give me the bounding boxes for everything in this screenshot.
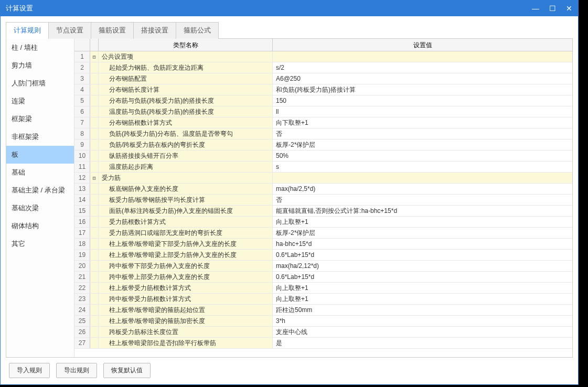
setting-name: 负筋(跨板受力筋)分布筋、温度筋是否带弯勾 xyxy=(99,128,273,139)
setting-name: 柱上板带/板带暗梁上部受力筋伸入支座的长度 xyxy=(99,250,273,260)
collapse-icon[interactable]: ⊟ xyxy=(90,51,99,62)
setting-value[interactable]: 否 xyxy=(273,195,572,205)
tree-spacer xyxy=(90,228,99,238)
minimize-icon[interactable]: — xyxy=(532,5,539,12)
setting-value[interactable]: ll xyxy=(273,106,572,117)
import-rules-button[interactable]: 导入规则 xyxy=(9,363,50,378)
grid-body[interactable]: 1⊟公共设置项2起始受力钢筋、负筋距支座边距离s/23分布钢筋配置A6@2504… xyxy=(74,51,572,357)
setting-value[interactable]: 是 xyxy=(273,338,572,348)
table-row[interactable]: 1⊟公共设置项 xyxy=(74,51,572,62)
table-row[interactable]: 14板受力筋/板带钢筋按平均长度计算否 xyxy=(74,195,572,206)
setting-name: 分布钢筋长度计算 xyxy=(99,84,273,95)
table-row[interactable]: 24柱上板带/板带暗梁的箍筋起始位置距柱边50mm xyxy=(74,305,572,316)
setting-value[interactable]: 0.6*Lab+15*d xyxy=(273,272,572,282)
sidebar-item-1[interactable]: 剪力墙 xyxy=(6,57,74,74)
setting-value[interactable]: 50% xyxy=(273,150,572,161)
setting-value[interactable]: 能直锚就直锚,否则按公式计算:ha-bhc+15*d xyxy=(273,206,572,216)
table-row[interactable]: 22柱上板带受力筋根数计算方式向上取整+1 xyxy=(74,283,572,294)
sidebar-item-11[interactable]: 其它 xyxy=(6,235,74,253)
setting-value[interactable]: 支座中心线 xyxy=(273,327,572,337)
table-row[interactable]: 25柱上板带/板带暗梁的箍筋加密长度3*h xyxy=(74,316,572,327)
row-number: 25 xyxy=(74,316,90,326)
collapse-icon[interactable]: ⊟ xyxy=(90,173,99,183)
tab-3[interactable]: 搭接设置 xyxy=(133,22,176,39)
table-row[interactable]: 26跨板受力筋标注长度位置支座中心线 xyxy=(74,327,572,338)
sidebar-item-4[interactable]: 框架梁 xyxy=(6,110,74,128)
sidebar-item-7[interactable]: 基础 xyxy=(6,164,74,181)
sidebar-item-10[interactable]: 砌体结构 xyxy=(6,217,74,235)
table-row[interactable]: 10纵筋搭接接头错开百分率50% xyxy=(74,150,572,162)
table-row[interactable]: 20跨中板带下部受力筋伸入支座的长度max(ha/2,12*d) xyxy=(74,261,572,272)
table-row[interactable]: 17受力筋遇洞口或端部无支座时的弯折长度板厚-2*保护层 xyxy=(74,228,572,239)
setting-value[interactable]: ha-bhc+15*d xyxy=(273,239,572,249)
setting-value[interactable]: 否 xyxy=(273,128,572,139)
sidebar-item-9[interactable]: 基础次梁 xyxy=(6,199,74,217)
table-row[interactable]: 27柱上板带暗梁部位是否扣除平行板带筋是 xyxy=(74,338,572,349)
settings-grid: 类型名称 设置值 1⊟公共设置项2起始受力钢筋、负筋距支座边距离s/23分布钢筋… xyxy=(74,39,572,357)
close-icon[interactable]: ✕ xyxy=(565,5,573,12)
restore-defaults-button[interactable]: 恢复默认值 xyxy=(103,363,151,378)
setting-value[interactable]: 向上取整+1 xyxy=(273,283,572,293)
row-number: 24 xyxy=(74,305,90,315)
setting-value[interactable]: 距柱边50mm xyxy=(273,305,572,315)
setting-value[interactable]: max(ha/2,12*d) xyxy=(273,261,572,271)
table-row[interactable]: 6温度筋与负筋(跨板受力筋)的搭接长度ll xyxy=(74,106,572,117)
row-number: 2 xyxy=(74,62,90,73)
setting-value[interactable]: s xyxy=(273,162,572,172)
tab-2[interactable]: 箍筋设置 xyxy=(91,22,134,39)
table-row[interactable]: 15面筋(单标注跨板受力筋)伸入支座的锚固长度能直锚就直锚,否则按公式计算:ha… xyxy=(74,206,572,217)
maximize-icon[interactable]: ☐ xyxy=(549,5,556,12)
row-number: 19 xyxy=(74,250,90,260)
sidebar-item-5[interactable]: 非框架梁 xyxy=(6,128,74,146)
sidebar-item-0[interactable]: 柱 / 墙柱 xyxy=(6,39,74,57)
tab-1[interactable]: 节点设置 xyxy=(48,22,91,39)
table-row[interactable]: 5分布筋与负筋(跨板受力筋)的搭接长度150 xyxy=(74,95,572,106)
table-row[interactable]: 9负筋/跨板受力筋在板内的弯折长度板厚-2*保护层 xyxy=(74,139,572,150)
table-row[interactable]: 23跨中板带受力筋根数计算方式向上取整+1 xyxy=(74,294,572,305)
table-row[interactable]: 4分布钢筋长度计算和负筋(跨板受力筋)搭接计算 xyxy=(74,84,572,95)
row-number: 20 xyxy=(74,261,90,271)
sidebar-item-3[interactable]: 连梁 xyxy=(6,92,74,110)
table-row[interactable]: 2起始受力钢筋、负筋距支座边距离s/2 xyxy=(74,62,572,73)
setting-value[interactable]: 150 xyxy=(273,95,572,106)
setting-value[interactable]: 板厚-2*保护层 xyxy=(273,228,572,238)
sidebar-item-6[interactable]: 板 xyxy=(6,146,74,164)
table-row[interactable]: 7分布钢筋根数计算方式向下取整+1 xyxy=(74,117,572,128)
sidebar-item-8[interactable]: 基础主梁 / 承台梁 xyxy=(6,181,74,199)
table-row[interactable]: 21跨中板带上部受力筋伸入支座的长度0.6*Lab+15*d xyxy=(74,272,572,283)
setting-value[interactable]: 向下取整+1 xyxy=(273,117,572,128)
setting-name: 跨板受力筋标注长度位置 xyxy=(99,327,273,337)
tree-spacer xyxy=(90,150,99,161)
tab-4[interactable]: 箍筋公式 xyxy=(176,22,219,39)
table-row[interactable]: 13板底钢筋伸入支座的长度max(ha/2,5*d) xyxy=(74,184,572,195)
table-row[interactable]: 3分布钢筋配置A6@250 xyxy=(74,73,572,84)
tree-spacer xyxy=(90,272,99,282)
sidebar-item-2[interactable]: 人防门框墙 xyxy=(6,74,74,92)
table-row[interactable]: 18柱上板带/板带暗梁下部受力筋伸入支座的长度ha-bhc+15*d xyxy=(74,239,572,250)
tree-spacer xyxy=(90,128,99,139)
table-row[interactable]: 8负筋(跨板受力筋)分布筋、温度筋是否带弯勾否 xyxy=(74,128,572,139)
setting-value[interactable]: max(ha/2,5*d) xyxy=(273,184,572,194)
setting-value[interactable] xyxy=(273,51,572,62)
titlebar: 计算设置 — ☐ ✕ xyxy=(1,1,578,16)
setting-value[interactable] xyxy=(273,173,572,183)
table-row[interactable]: 19柱上板带/板带暗梁上部受力筋伸入支座的长度0.6*Lab+15*d xyxy=(74,250,572,261)
setting-value[interactable]: 0.6*Lab+15*d xyxy=(273,250,572,260)
setting-name: 分布钢筋根数计算方式 xyxy=(99,117,273,128)
setting-value[interactable]: A6@250 xyxy=(273,73,572,84)
tab-0[interactable]: 计算规则 xyxy=(6,22,49,39)
setting-value[interactable]: 和负筋(跨板受力筋)搭接计算 xyxy=(273,84,572,95)
setting-value[interactable]: 向上取整+1 xyxy=(273,217,572,227)
table-row[interactable]: 11温度筋起步距离s xyxy=(74,162,572,173)
setting-value[interactable]: 3*h xyxy=(273,316,572,326)
setting-name: 板底钢筋伸入支座的长度 xyxy=(99,184,273,194)
tree-spacer xyxy=(90,84,99,95)
setting-value[interactable]: 板厚-2*保护层 xyxy=(273,139,572,150)
export-rules-button[interactable]: 导出规则 xyxy=(56,363,97,378)
table-row[interactable]: 16受力筋根数计算方式向上取整+1 xyxy=(74,217,572,228)
setting-name: 柱上板带/板带暗梁下部受力筋伸入支座的长度 xyxy=(99,239,273,249)
setting-value[interactable]: s/2 xyxy=(273,62,572,73)
setting-name: 面筋(单标注跨板受力筋)伸入支座的锚固长度 xyxy=(99,206,273,216)
table-row[interactable]: 12⊟受力筋 xyxy=(74,173,572,184)
setting-value[interactable]: 向上取整+1 xyxy=(273,294,572,304)
